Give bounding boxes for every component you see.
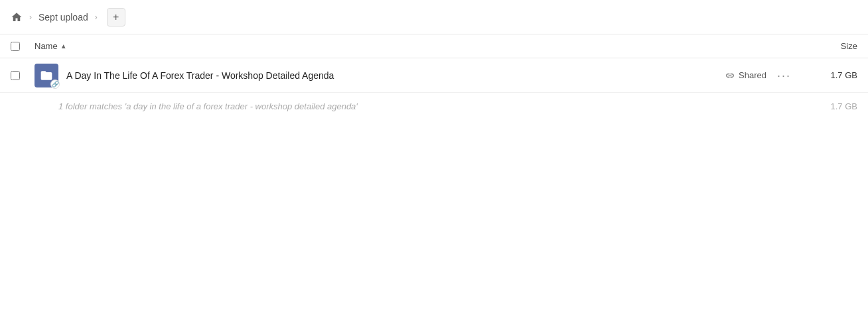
shared-link-overlay-icon: 🔗 xyxy=(50,80,60,89)
summary-text: 1 folder matches 'a day in the life of a… xyxy=(58,101,804,111)
link-icon xyxy=(725,71,735,80)
sort-arrow-icon: ▲ xyxy=(60,42,67,50)
shared-label: Shared xyxy=(739,70,766,80)
breadcrumb-sept-upload[interactable]: Sept upload xyxy=(38,12,88,23)
table-row[interactable]: 🔗 A Day In The Life Of A Forex Trader - … xyxy=(0,58,868,93)
column-name-label: Name xyxy=(35,41,58,51)
folder-icon: 🔗 xyxy=(35,64,58,87)
shared-indicator: Shared xyxy=(725,70,766,80)
home-icon xyxy=(11,11,23,23)
breadcrumb-bar: › Sept upload › + xyxy=(0,0,868,34)
select-all-checkbox-container[interactable] xyxy=(11,42,35,51)
row-checkbox-container[interactable] xyxy=(11,71,35,80)
summary-size: 1.7 GB xyxy=(804,101,857,111)
breadcrumb-separator-2: › xyxy=(95,13,98,22)
home-breadcrumb[interactable] xyxy=(11,11,23,23)
column-size-header: Size xyxy=(791,41,857,51)
summary-row: 1 folder matches 'a day in the life of a… xyxy=(0,93,868,119)
file-name: A Day In The Life Of A Forex Trader - Wo… xyxy=(66,70,725,81)
more-options-button[interactable]: ··· xyxy=(777,70,791,82)
column-name-header[interactable]: Name ▲ xyxy=(35,41,791,51)
select-all-checkbox[interactable] xyxy=(11,42,20,51)
column-headers: Name ▲ Size xyxy=(0,34,868,58)
row-checkbox[interactable] xyxy=(11,71,20,80)
breadcrumb-add-button[interactable]: + xyxy=(107,8,125,27)
breadcrumb-separator-1: › xyxy=(29,13,32,22)
file-size: 1.7 GB xyxy=(804,70,857,80)
